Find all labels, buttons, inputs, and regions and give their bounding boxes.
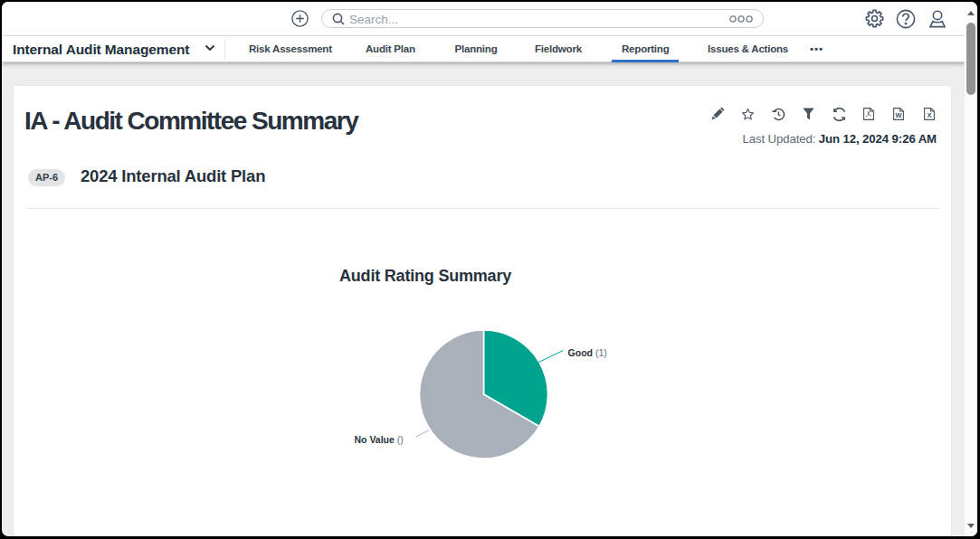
svg-text:W: W — [895, 111, 902, 119]
svg-text:Good (1): Good (1) — [568, 347, 607, 358]
svg-text:No Value (): No Value () — [355, 434, 404, 445]
svg-text:X: X — [927, 111, 931, 119]
